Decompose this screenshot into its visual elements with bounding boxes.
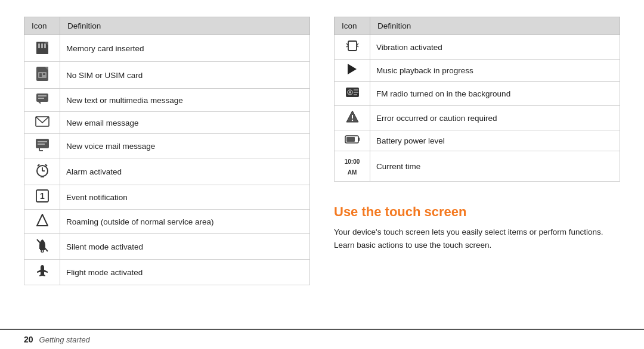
icon-alarm: [24, 158, 60, 185]
table-row: 10:00 AM Current time: [335, 151, 620, 182]
row-definition: New voice mail message: [60, 134, 310, 158]
table-row: Battery power level: [335, 130, 620, 151]
icon-sms: [24, 89, 60, 112]
left-header-icon: Icon: [24, 17, 60, 35]
svg-text:1: 1: [40, 191, 45, 201]
row-definition: Vibration activated: [370, 35, 620, 60]
row-definition: New text or multimedia message: [60, 89, 310, 112]
right-header-definition: Definition: [370, 17, 620, 35]
table-row: Flight mode activated: [24, 260, 310, 285]
svg-rect-10: [36, 94, 48, 102]
icon-fm: [335, 82, 370, 106]
table-row: New text or multimedia message: [24, 89, 310, 112]
table-row: Alarm activated: [24, 158, 310, 185]
svg-rect-2: [38, 43, 40, 48]
row-definition: Alarm activated: [60, 158, 310, 185]
table-row: 1 Event notification: [24, 185, 310, 210]
svg-rect-48: [346, 137, 355, 142]
right-table-section: Icon Definition: [334, 17, 620, 182]
icon-memory: [24, 35, 60, 62]
svg-line-23: [38, 164, 39, 166]
table-row: No SIM or USIM card: [24, 62, 310, 89]
icon-warning: [335, 106, 370, 130]
icon-vibration: [335, 35, 370, 60]
svg-line-34: [346, 46, 348, 47]
row-definition: Memory card inserted: [60, 35, 310, 62]
section-body: Your device's touch screen lets you easi…: [334, 226, 620, 251]
svg-rect-32: [348, 41, 357, 51]
row-definition: Roaming (outside of normal service area): [60, 210, 310, 234]
icon-battery: [335, 130, 370, 151]
row-definition: Silent mode activated: [60, 234, 310, 260]
table-row: Memory card inserted: [24, 35, 310, 62]
row-definition: Battery power level: [370, 130, 620, 151]
table-row: Roaming (outside of normal service area): [24, 210, 310, 234]
icon-sim: [24, 62, 60, 89]
left-table: Icon Definition: [24, 17, 310, 285]
table-row: Music playback in progress: [335, 60, 620, 82]
icon-voicemail: [24, 134, 60, 158]
right-section: Icon Definition: [334, 17, 620, 317]
row-definition: New email message: [60, 112, 310, 134]
svg-rect-9: [43, 73, 45, 75]
svg-rect-3: [41, 43, 43, 48]
table-row: FM radio turned on in the background: [335, 82, 620, 106]
left-header-definition: Definition: [60, 17, 310, 35]
footer: 20 Getting started: [0, 329, 644, 349]
svg-line-35: [357, 43, 358, 45]
row-definition: No SIM or USIM card: [60, 62, 310, 89]
icon-event: 1: [24, 185, 60, 210]
table-row: New email message: [24, 112, 310, 134]
section-title: Use the touch screen: [334, 204, 620, 220]
svg-line-24: [45, 164, 47, 166]
row-definition: Current time: [370, 151, 620, 182]
icon-silent: [24, 234, 60, 260]
main-content: Icon Definition: [0, 0, 644, 329]
table-row: New voice mail message: [24, 134, 310, 158]
row-definition: Flight mode activated: [60, 260, 310, 285]
row-definition: Error occurred or caution required: [370, 106, 620, 130]
footer-page-text: Getting started: [39, 335, 90, 344]
table-row: Silent mode activated: [24, 234, 310, 260]
table-row: Error occurred or caution required: [335, 106, 620, 130]
svg-rect-47: [358, 138, 360, 141]
svg-point-39: [349, 91, 351, 94]
row-definition: Music playback in progress: [370, 60, 620, 82]
svg-point-30: [41, 250, 44, 253]
row-definition: Event notification: [60, 185, 310, 210]
svg-marker-13: [38, 102, 41, 104]
footer-page-number: 20: [24, 335, 33, 344]
table-row: Vibration activated: [335, 35, 620, 60]
heading-section: Use the touch screen Your device's touch…: [334, 198, 620, 251]
right-header-icon: Icon: [335, 17, 370, 35]
svg-rect-4: [44, 43, 46, 48]
right-table: Icon Definition: [334, 17, 620, 182]
left-table-section: Icon Definition: [24, 17, 310, 317]
svg-point-45: [351, 120, 352, 121]
svg-marker-28: [37, 214, 48, 226]
svg-line-33: [346, 43, 348, 45]
icon-roaming: [24, 210, 60, 234]
svg-rect-8: [39, 73, 42, 77]
row-definition: FM radio turned on in the background: [370, 82, 620, 106]
svg-line-36: [357, 46, 358, 47]
icon-music: [335, 60, 370, 82]
svg-rect-15: [36, 139, 49, 148]
icon-email: [24, 112, 60, 134]
icon-time: 10:00 AM: [335, 151, 370, 182]
icon-flight: [24, 260, 60, 285]
